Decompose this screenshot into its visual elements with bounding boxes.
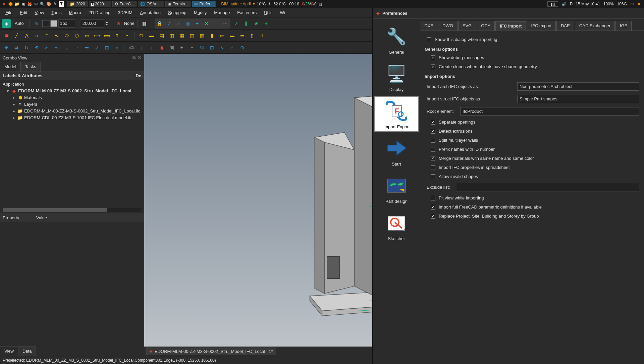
check-icon[interactable]: ⋔ xyxy=(228,43,236,52)
tab-model[interactable]: Model xyxy=(0,62,20,72)
red-icon[interactable]: ◉ xyxy=(157,43,166,52)
check-show-dialog[interactable] xyxy=(427,37,431,42)
disk-icon[interactable]: ▥ xyxy=(319,2,322,6)
menu-view[interactable]: View xyxy=(31,9,47,16)
check-merge-materials[interactable] xyxy=(431,156,435,161)
tree-app[interactable]: Application xyxy=(0,81,144,87)
check-prefix-names[interactable] xyxy=(431,147,435,152)
input-root-element[interactable] xyxy=(460,107,639,116)
rect-icon[interactable]: ▭ xyxy=(83,31,91,40)
preferences-titlebar[interactable]: ◈ Preferences xyxy=(373,8,644,19)
grid2-icon[interactable]: ⊞ xyxy=(208,43,216,52)
tree-materials[interactable]: ▸ ⬢ Materials xyxy=(0,94,144,101)
menu-modify[interactable]: Modify xyxy=(191,9,210,16)
dim2-icon[interactable]: ⟺ xyxy=(103,31,111,40)
spin-down-icon[interactable]: ▼ xyxy=(106,24,108,26)
move-icon[interactable]: ✥ xyxy=(2,43,11,52)
bim-update-label[interactable]: BIM update April xyxy=(221,2,251,6)
check-split-walls[interactable] xyxy=(431,138,435,143)
polyline-icon[interactable]: ⋀ xyxy=(22,31,31,40)
snap-end-icon[interactable]: ╱ xyxy=(165,19,173,28)
select-import-arch[interactable]: Non-parametric Arch object xyxy=(517,82,639,91)
connect-icon[interactable]: ⤡ xyxy=(218,43,226,52)
array-icon[interactable]: ⊞ xyxy=(103,43,111,52)
app-icon[interactable]: 🔶 xyxy=(8,1,13,7)
task-freecad[interactable]: ⚙FreeC... xyxy=(112,1,137,7)
dim3-icon[interactable]: ⤊ xyxy=(113,31,121,40)
gear-icon[interactable]: ⚙ xyxy=(33,1,39,7)
workbench-icon[interactable]: ◈ xyxy=(2,19,11,28)
snap-ext-icon[interactable]: ⤢ xyxy=(232,19,240,28)
input-exclude-list[interactable] xyxy=(457,183,639,191)
tab-dwg[interactable]: DWG xyxy=(438,21,458,31)
mirror-icon[interactable]: ⇋ xyxy=(83,43,91,52)
edit-icon[interactable]: ✎ xyxy=(52,1,58,7)
search-icon[interactable]: 🔍 xyxy=(40,1,45,7)
scale-icon[interactable]: ⤢ xyxy=(93,43,101,52)
door-icon[interactable]: ▦ xyxy=(177,31,186,40)
color-light[interactable] xyxy=(50,20,57,27)
tree-ifc-elec[interactable]: ▸ 📁 EDORM-CDL-00-ZZ-M3-E-1001 IFC Electr… xyxy=(0,114,144,121)
line-icon[interactable]: ╱ xyxy=(12,31,21,40)
cube-icon[interactable]: ▣ xyxy=(167,43,176,52)
none-label[interactable]: None xyxy=(124,21,135,26)
curve-icon[interactable]: ∿ xyxy=(52,31,61,40)
snap-angle-icon[interactable]: ✦ xyxy=(193,19,202,28)
menu-fasteners[interactable]: Fasteners xyxy=(234,9,260,16)
datetime[interactable]: Fri 15 May 10:41 xyxy=(570,2,600,6)
window-icon[interactable]: ▥ xyxy=(167,31,176,40)
min-icon[interactable]: ▭ xyxy=(630,2,634,6)
snap-intersect-icon[interactable]: ✕ xyxy=(202,19,211,28)
polygon-icon[interactable]: ⬡ xyxy=(72,31,81,40)
menu-macro[interactable]: Macro xyxy=(66,9,85,16)
check-allow-invalid[interactable] xyxy=(431,174,435,179)
check-detect-extrusions[interactable] xyxy=(431,129,435,134)
helmet-icon[interactable]: ⛑ xyxy=(137,31,146,40)
tab-cad-exchanger[interactable]: CAD Exchanger xyxy=(575,21,615,31)
close-icon[interactable]: ✕ xyxy=(138,55,141,60)
menu-windows[interactable]: Wi xyxy=(276,9,288,16)
snap-more-icon[interactable]: ⋯ xyxy=(221,19,230,28)
cat-start[interactable]: Start xyxy=(374,133,419,169)
check-import-props[interactable] xyxy=(431,165,435,170)
col-desc[interactable]: De xyxy=(136,73,141,78)
task-osarc[interactable]: 🌐OSArc... xyxy=(138,1,164,7)
beam-icon[interactable]: ═ xyxy=(238,31,247,40)
tab-tasks[interactable]: Tasks xyxy=(20,62,40,72)
struct-icon[interactable]: ▤ xyxy=(157,31,166,40)
column-icon[interactable]: ▯ xyxy=(248,31,257,40)
rotate-icon[interactable]: ↻ xyxy=(22,43,31,52)
expand-icon[interactable]: ▸ xyxy=(11,102,16,107)
plus-icon[interactable]: ＋ xyxy=(177,43,186,52)
check-show-debug[interactable] xyxy=(431,55,435,60)
slab-icon[interactable]: ▬ xyxy=(228,31,236,40)
terminal-icon[interactable]: ▣ xyxy=(20,1,26,7)
cat-general[interactable]: 🔧 General xyxy=(374,21,419,57)
check-fit-view[interactable] xyxy=(431,196,435,200)
firefox-icon[interactable]: 🦊 xyxy=(27,1,32,7)
tree-layers[interactable]: ▸ ≡ Layers xyxy=(0,101,144,107)
task-terminal[interactable]: ▣Termin... xyxy=(165,1,191,7)
menu-manage[interactable]: Manage xyxy=(211,9,233,16)
check-create-clones[interactable] xyxy=(431,64,435,69)
snap-perp-icon[interactable]: ⊥ xyxy=(212,19,220,28)
arc-icon[interactable]: ◠ xyxy=(42,31,51,40)
col-value[interactable]: Value xyxy=(36,215,47,220)
scrollbar-thumb[interactable] xyxy=(3,208,107,212)
cat-display[interactable]: 🖥️ Display xyxy=(374,59,419,95)
tab-ifc-export[interactable]: IFC export xyxy=(527,21,556,31)
files-icon[interactable]: 📁 xyxy=(14,1,19,7)
menu-snapping[interactable]: Snapping xyxy=(165,9,190,16)
lock-icon[interactable]: 🔒 xyxy=(155,19,164,28)
line-width-input[interactable] xyxy=(58,19,75,28)
cat-import-export[interactable]: F Import-Export xyxy=(374,96,419,132)
ellipse-icon[interactable]: ⬭ xyxy=(62,31,71,40)
color-dark[interactable] xyxy=(42,20,49,27)
tag-icon[interactable]: 🏷 xyxy=(127,43,136,52)
task-2020-folder[interactable]: 📁2020 xyxy=(67,1,88,7)
tab-dae[interactable]: DAE xyxy=(556,21,574,31)
task-2020-doc[interactable]: T2020-... xyxy=(89,1,111,7)
frame-icon[interactable]: ▭ xyxy=(218,31,226,40)
tab-svg[interactable]: SVG xyxy=(458,21,476,31)
stretch-icon[interactable]: ↔ xyxy=(72,43,81,52)
